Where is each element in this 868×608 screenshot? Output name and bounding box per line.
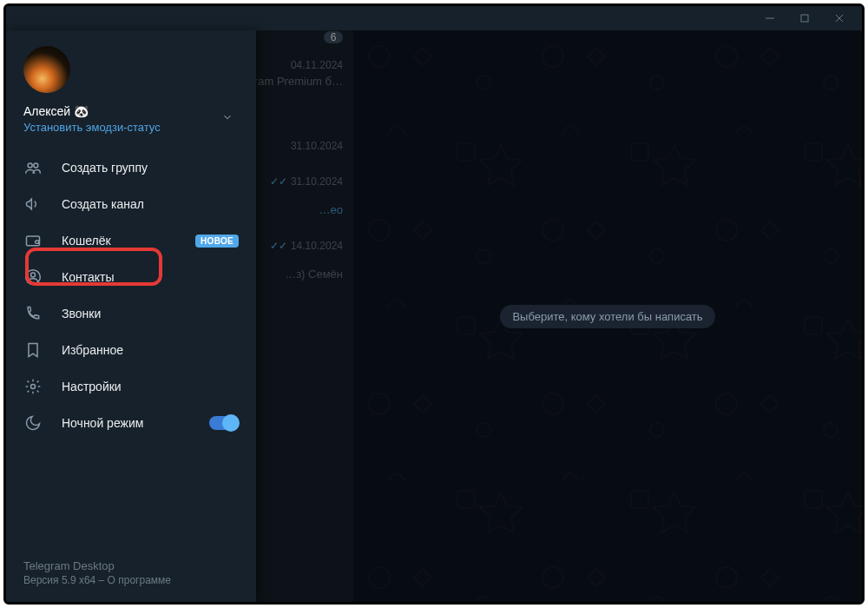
menu-label: Контакты	[62, 270, 114, 284]
menu-label: Звонки	[62, 307, 101, 321]
titlebar	[6, 6, 862, 30]
menu-label: Создать канал	[62, 197, 144, 211]
app-window: 6 04.11.2024 …gram Premium б… 31.10.2024…	[3, 3, 865, 605]
menu-label: Создать группу	[62, 161, 148, 175]
menu-label: Избранное	[62, 343, 123, 357]
menu-settings[interactable]: Настройки	[6, 368, 256, 405]
expand-accounts-button[interactable]	[216, 106, 239, 132]
svg-rect-0	[801, 15, 808, 22]
svg-point-1	[28, 163, 32, 168]
user-emoji: 🐼	[74, 104, 89, 118]
chevron-down-icon	[221, 111, 233, 123]
svg-point-2	[34, 163, 38, 168]
contacts-icon	[23, 268, 43, 287]
menu-night-mode[interactable]: Ночной режим	[6, 405, 256, 441]
side-drawer: Алексей🐼 Установить эмодзи-статус Создат…	[6, 30, 256, 602]
gear-icon	[23, 377, 43, 396]
drawer-menu: Создать группу Создать канал Кошелёк НОВ…	[6, 144, 256, 547]
menu-calls[interactable]: Звонки	[6, 295, 256, 332]
set-emoji-status-link[interactable]: Установить эмодзи-статус	[23, 121, 161, 134]
menu-wallet[interactable]: Кошелёк НОВОЕ	[6, 222, 256, 259]
group-icon	[23, 158, 43, 177]
minimize-button[interactable]	[753, 6, 787, 30]
close-button[interactable]	[822, 6, 857, 30]
user-name: Алексей	[23, 104, 70, 118]
night-mode-toggle[interactable]	[209, 416, 239, 430]
bookmark-icon	[23, 340, 43, 360]
profile-block: Алексей🐼 Установить эмодзи-статус	[6, 30, 256, 144]
moon-icon	[23, 413, 43, 433]
menu-new-channel[interactable]: Создать канал	[6, 186, 256, 222]
drawer-footer: Telegram Desktop Версия 5.9 x64 – О прог…	[6, 547, 256, 602]
new-badge: НОВОЕ	[195, 235, 239, 248]
phone-icon	[23, 304, 43, 323]
menu-saved[interactable]: Избранное	[6, 332, 256, 368]
menu-new-group[interactable]: Создать группу	[6, 149, 256, 186]
app-version[interactable]: Версия 5.9 x64 – О программе	[23, 574, 239, 586]
wallet-icon	[23, 231, 43, 250]
menu-label: Настройки	[62, 380, 122, 393]
avatar[interactable]	[23, 46, 70, 93]
menu-label: Ночной режим	[62, 416, 143, 430]
menu-label: Кошелёк	[62, 234, 111, 248]
megaphone-icon	[23, 195, 43, 214]
empty-placeholder: Выберите, кому хотели бы написать	[500, 305, 714, 328]
svg-point-4	[31, 273, 36, 277]
menu-contacts[interactable]: Контакты	[6, 259, 256, 295]
maximize-button[interactable]	[787, 6, 822, 30]
svg-point-6	[31, 385, 36, 389]
app-name: Telegram Desktop	[23, 559, 239, 572]
